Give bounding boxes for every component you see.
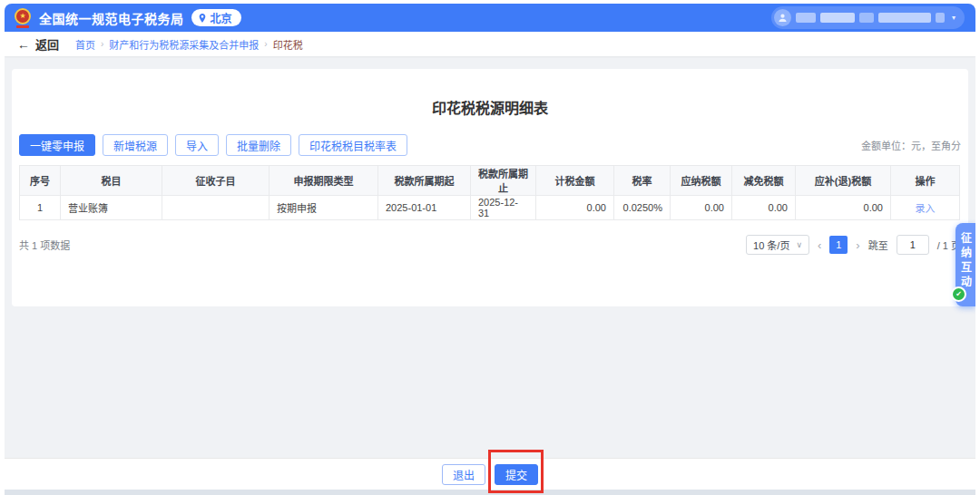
jump-to-label: 跳至 — [868, 238, 888, 252]
col-header-tax-item: 税目 — [61, 166, 162, 196]
tax-source-table: 序号 税目 征收子目 申报期限类型 税款所属期起 税款所属期止 计税金额 税率 … — [19, 165, 960, 220]
location-pin-icon — [198, 14, 207, 23]
cell-period-start: 2025-01-01 — [378, 196, 471, 220]
breadcrumb-separator: › — [101, 39, 103, 49]
chevron-down-icon: ∨ — [796, 240, 802, 249]
breadcrumb-separator: › — [264, 39, 267, 49]
back-arrow-icon: ← — [17, 37, 30, 52]
stamp-tax-card: 印花税税源明细表 一键零申报 新增税源 导入 批量删除 印花税税目税率表 金额单… — [12, 69, 968, 306]
back-label: 返回 — [35, 35, 59, 53]
add-tax-source-button[interactable]: 新增税源 — [103, 134, 168, 156]
toolbar: 一键零申报 新增税源 导入 批量删除 印花税税目税率表 金额单位：元，至角分 — [19, 134, 961, 156]
cell-taxable-amount: 0.00 — [536, 196, 614, 220]
main-content: 印花税税源明细表 一键零申报 新增税源 导入 批量删除 印花税税目税率表 金额单… — [5, 56, 975, 458]
tax-rate-table-button[interactable]: 印花税税目税率表 — [299, 134, 407, 156]
col-header-period-type: 申报期限类型 — [270, 166, 378, 196]
submit-button[interactable]: 提交 — [495, 464, 538, 485]
breadcrumb-item-collection[interactable]: 财产和行为税税源采集及合并申报 — [109, 37, 259, 52]
col-header-action: 操作 — [891, 166, 960, 196]
redacted-user-info — [936, 13, 945, 23]
national-emblem-logo: ★ — [14, 6, 32, 30]
brand-area: ★ 全国统一规范电子税务局 北京 — [14, 6, 241, 30]
total-count-text: 共 1 项数据 — [19, 238, 70, 252]
redacted-user-info — [820, 13, 855, 23]
pagination: 10 条/页 ∨ ‹ 1 › 跳至 / 1 页 — [746, 235, 961, 255]
prev-page-button[interactable]: ‹ — [818, 238, 821, 252]
batch-delete-button[interactable]: 批量删除 — [226, 134, 291, 156]
cell-period-type: 按期申报 — [270, 196, 378, 220]
app-window: ★ 全国统一规范电子税务局 北京 ▾ ← 返回 首 — [5, 4, 975, 495]
breadcrumb-item-home[interactable]: 首页 — [75, 37, 95, 52]
cell-tax-rate: 0.0250% — [614, 196, 671, 220]
redacted-user-info — [796, 13, 816, 23]
cell-period-end: 2025-12-31 — [471, 196, 536, 220]
cell-action: 录入 — [891, 196, 960, 220]
col-header-period-start: 税款所属期起 — [378, 166, 471, 196]
col-header-tax-supplement: 应补(退)税额 — [796, 166, 891, 196]
user-account-menu[interactable]: ▾ — [771, 6, 965, 29]
breadcrumb-item-current: 印花税 — [273, 37, 303, 52]
import-button[interactable]: 导入 — [175, 134, 219, 156]
location-badge[interactable]: 北京 — [191, 9, 241, 26]
cell-seq: 1 — [20, 196, 61, 220]
breadcrumb-bar: ← 返回 首页 › 财产和行为税税源采集及合并申报 › 印花税 — [5, 32, 975, 56]
redacted-user-info — [859, 13, 874, 23]
back-button[interactable]: ← 返回 — [17, 35, 59, 53]
enter-data-link[interactable]: 录入 — [916, 203, 936, 214]
user-avatar-icon — [774, 9, 791, 26]
breadcrumb: 首页 › 财产和行为税税源采集及合并申报 › 印花税 — [75, 37, 303, 52]
exit-button[interactable]: 退出 — [442, 464, 485, 485]
col-header-seq: 序号 — [20, 166, 61, 196]
jump-page-input[interactable] — [897, 235, 929, 255]
amount-unit-note: 金额单位：元，至角分 — [861, 138, 961, 152]
footer-action-bar: 退出 提交 — [5, 458, 975, 490]
col-header-tax-rate: 税率 — [614, 166, 671, 196]
chevron-down-icon: ▾ — [952, 14, 956, 22]
location-label: 北京 — [211, 10, 232, 25]
page-title: 印花税税源明细表 — [12, 69, 968, 118]
one-click-zero-declare-button[interactable]: 一键零申报 — [19, 134, 95, 156]
cell-tax-reduction: 0.00 — [732, 196, 796, 220]
table-footer: 共 1 项数据 10 条/页 ∨ ‹ 1 › 跳至 / 1 页 — [19, 235, 961, 255]
tax-interaction-tab[interactable]: 征纳互动 ✔ — [956, 223, 975, 306]
col-header-tax-payable: 应纳税额 — [671, 166, 732, 196]
col-header-sub-item: 征收子目 — [162, 166, 270, 196]
submit-button-wrap: 提交 — [495, 464, 538, 485]
emblem-star-icon: ★ — [15, 8, 31, 24]
cell-tax-supplement: 0.00 — [796, 196, 891, 220]
cell-tax-payable: 0.00 — [671, 196, 732, 220]
page-number-button[interactable]: 1 — [829, 236, 848, 254]
cell-sub-item — [162, 196, 270, 220]
tax-interaction-label: 征纳互动 — [958, 232, 974, 290]
page-size-value: 10 条/页 — [753, 238, 789, 252]
top-header-bar: ★ 全国统一规范电子税务局 北京 ▾ — [5, 4, 975, 32]
next-page-button[interactable]: › — [856, 238, 859, 252]
interaction-check-icon: ✔ — [951, 286, 966, 302]
page-size-select[interactable]: 10 条/页 ∨ — [746, 235, 809, 255]
col-header-period-end: 税款所属期止 — [471, 166, 536, 196]
table-header-row: 序号 税目 征收子目 申报期限类型 税款所属期起 税款所属期止 计税金额 税率 … — [20, 166, 960, 196]
bottom-strip — [5, 490, 975, 495]
cell-tax-item: 营业账簿 — [61, 196, 162, 220]
emblem-caption — [16, 25, 29, 28]
col-header-taxable-amount: 计税金额 — [536, 166, 614, 196]
redacted-user-info — [878, 13, 931, 23]
col-header-tax-reduction: 减免税额 — [732, 166, 796, 196]
table-row: 1 营业账簿 按期申报 2025-01-01 2025-12-31 0.00 0… — [20, 196, 960, 220]
app-title: 全国统一规范电子税务局 — [39, 9, 184, 27]
